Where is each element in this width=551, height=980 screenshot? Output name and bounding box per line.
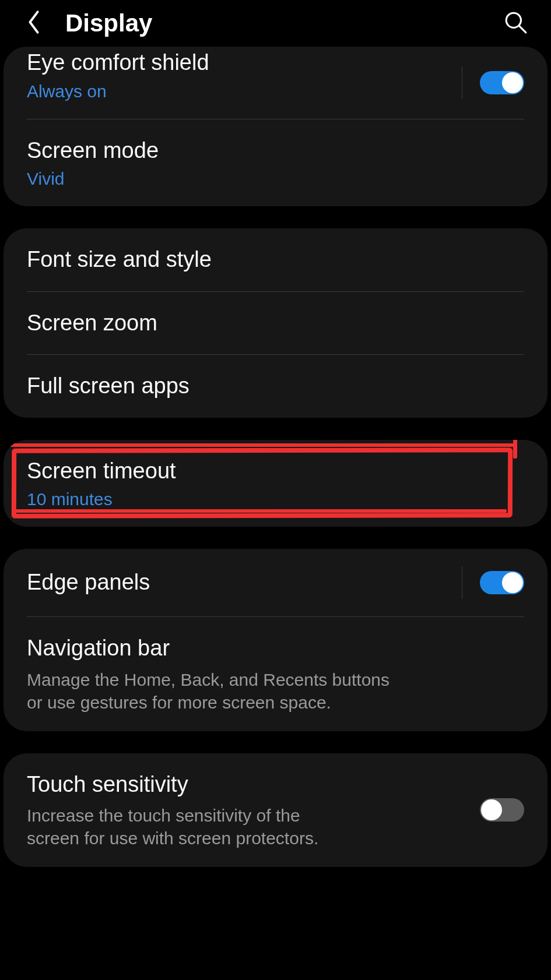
settings-group-2: Font size and style Screen zoom Full scr…	[3, 228, 548, 418]
toggle-divider	[462, 66, 462, 99]
item-screen-timeout[interactable]: Screen timeout 10 minutes	[3, 440, 548, 527]
toggle-touch-sensitivity[interactable]	[480, 798, 524, 822]
item-label: Full screen apps	[27, 372, 524, 400]
svg-line-1	[519, 26, 526, 33]
item-label: Font size and style	[27, 246, 524, 274]
settings-group-3: Screen timeout 10 minutes	[3, 440, 548, 527]
item-touch-sensitivity[interactable]: Touch sensitivity Increase the touch sen…	[3, 753, 548, 868]
header-left: Display	[26, 9, 152, 37]
item-sub: Always on	[27, 82, 209, 101]
item-label: Navigation bar	[27, 634, 524, 662]
settings-group-1: Eye comfort shield Always on Screen mode…	[3, 47, 548, 206]
search-icon[interactable]	[503, 10, 528, 37]
item-desc: Manage the Home, Back, and Recents butto…	[27, 668, 400, 714]
toggle-area	[462, 566, 524, 599]
item-sub: Vivid	[27, 169, 524, 189]
toggle-edge-panels[interactable]	[480, 571, 524, 594]
item-sub: 10 minutes	[27, 489, 524, 509]
toggle-divider	[462, 566, 462, 599]
item-font-size-style[interactable]: Font size and style	[3, 228, 548, 291]
header: Display	[0, 0, 551, 47]
item-body: Eye comfort shield Always on	[27, 64, 209, 101]
settings-group-5: Touch sensitivity Increase the touch sen…	[3, 753, 548, 868]
item-label: Edge panels	[27, 569, 150, 597]
highlight-annotation-stroke	[3, 509, 4, 527]
settings-group-4: Edge panels Navigation bar Manage the Ho…	[3, 549, 548, 731]
item-label: Touch sensitivity	[27, 771, 353, 799]
toggle-area	[462, 66, 524, 99]
item-screen-zoom[interactable]: Screen zoom	[3, 292, 548, 355]
item-label: Screen zoom	[27, 309, 524, 337]
item-edge-panels[interactable]: Edge panels	[3, 549, 548, 616]
toggle-eye-comfort[interactable]	[480, 71, 524, 94]
item-full-screen-apps[interactable]: Full screen apps	[3, 355, 548, 418]
item-label: Screen timeout	[27, 457, 524, 485]
back-icon[interactable]	[26, 9, 42, 37]
item-navigation-bar[interactable]: Navigation bar Manage the Home, Back, an…	[3, 617, 548, 731]
item-desc: Increase the touch sensitivity of the sc…	[27, 804, 353, 849]
item-eye-comfort-shield[interactable]: Eye comfort shield Always on	[3, 47, 548, 119]
item-screen-mode[interactable]: Screen mode Vivid	[3, 119, 548, 207]
page-title: Display	[65, 9, 152, 37]
item-label: Eye comfort shield	[27, 49, 209, 77]
item-label: Screen mode	[27, 137, 524, 165]
item-body: Touch sensitivity Increase the touch sen…	[27, 771, 353, 850]
